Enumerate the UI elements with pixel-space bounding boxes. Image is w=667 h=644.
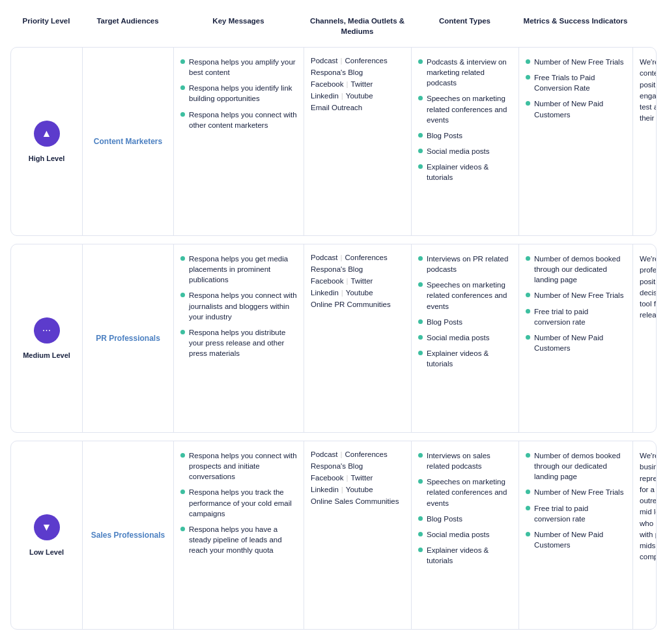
- notes-text: We're looking mostly for business develo…: [640, 450, 657, 563]
- content-type-text: Blog Posts: [427, 130, 462, 141]
- channel-name: Conferences: [345, 450, 388, 458]
- priority-icon: ▲: [34, 121, 60, 147]
- list-item: Free trial to paid conversion rate: [526, 306, 626, 327]
- list-item: Respona helps you identify link building…: [180, 83, 297, 104]
- content-type-text: Social media posts: [427, 529, 490, 540]
- bullet-dot-icon: [418, 453, 423, 458]
- list-item: Blog Posts: [418, 130, 512, 141]
- list-item: Social media posts: [418, 146, 512, 156]
- channel-group: Respona's Blog: [311, 68, 363, 76]
- priority-cell: ▼Low Level: [11, 441, 83, 629]
- channel-separator: |: [341, 254, 343, 261]
- bullet-dot-icon: [418, 548, 423, 552]
- header-cell-2: Key Messages: [173, 10, 304, 42]
- list-item: Respona helps you have a steady pipeline…: [180, 524, 297, 555]
- bullet-dot-icon: [180, 112, 185, 117]
- message-text: Respona helps you connect with other con…: [189, 110, 297, 130]
- channel-separator: |: [347, 474, 348, 482]
- channels-cell: Podcast|ConferencesRespona's BlogFaceboo…: [304, 441, 412, 629]
- list-item: Blog Posts: [418, 317, 512, 327]
- list-item: Number of New Free Trials: [526, 487, 626, 497]
- table-body: ▲High LevelContent MarketersRespona help…: [10, 47, 657, 630]
- list-item: Respona helps you get media placements i…: [180, 254, 297, 285]
- bullet-dot-icon: [526, 335, 530, 340]
- key-messages-cell: Respona helps you connect with prospects…: [174, 441, 304, 629]
- metric-text: Number of New Paid Customers: [534, 98, 626, 119]
- content-type-text: Social media posts: [427, 146, 490, 156]
- list-item: Respona helps you connect with journalis…: [180, 290, 297, 321]
- bullet-dot-icon: [418, 149, 423, 153]
- metric-text: Number of demos booked through our dedic…: [534, 450, 626, 482]
- metric-text: Number of New Free Trials: [534, 290, 623, 300]
- metric-text: Free trial to paid conversion rate: [534, 306, 626, 327]
- list-item: Number of demos booked through our dedic…: [526, 254, 626, 285]
- message-text: Respona helps you track the performance …: [189, 487, 297, 518]
- content-types-cell: Interviews on sales related podcastsSpee…: [412, 441, 519, 629]
- metrics-cell: Number of demos booked through our dedic…: [519, 244, 633, 432]
- bullet-dot-icon: [418, 164, 423, 169]
- audience-cell: PR Professionals: [83, 244, 174, 432]
- priority-icon: ···: [34, 317, 60, 344]
- priority-icon: ▼: [34, 514, 60, 540]
- channel-group: Respona's Blog: [311, 462, 363, 470]
- channel-group: Linkedin|Youtube: [311, 92, 373, 100]
- channel-name: Respona's Blog: [311, 68, 363, 76]
- channel-separator: |: [341, 289, 343, 297]
- message-text: Respona helps you get media placements i…: [189, 254, 297, 285]
- content-type-text: Podcasts & interview on marketing relate…: [427, 57, 512, 88]
- metric-text: Number of New Free Trials: [534, 57, 623, 67]
- channel-name: Online Sales Communities: [311, 497, 399, 505]
- header-cell-5: Metrics & Success Indicators: [518, 10, 632, 42]
- content-type-text: Explainer videos & tutorials: [427, 545, 512, 566]
- list-item: Podcasts & interview on marketing relate…: [418, 57, 512, 88]
- audience-cell: Sales Professionals: [83, 441, 174, 629]
- channels-cell: Podcast|ConferencesRespona's BlogFaceboo…: [304, 48, 412, 235]
- channel-name: Twitter: [351, 474, 373, 482]
- priority-cell: ···Medium Level: [11, 244, 83, 432]
- bullet-dot-icon: [180, 59, 185, 64]
- message-text: Respona helps you connect with prospects…: [189, 450, 297, 482]
- bullet-dot-icon: [526, 490, 530, 494]
- list-item: Respona helps you connect with prospects…: [180, 450, 297, 482]
- notes-cell: We're looking mostly for content markete…: [633, 48, 657, 235]
- main-table: Priority LevelTarget AudiencesKey Messag…: [0, 0, 667, 640]
- channel-separator: |: [347, 80, 348, 88]
- bullet-dot-icon: [180, 330, 185, 334]
- channels-cell: Podcast|ConferencesRespona's BlogFaceboo…: [304, 244, 412, 432]
- audience-label: Sales Professionals: [89, 531, 167, 540]
- bullet-dot-icon: [526, 256, 530, 261]
- channel-name: Podcast: [311, 57, 338, 65]
- audience-label: Content Marketers: [89, 137, 167, 146]
- bullet-dot-icon: [526, 532, 530, 536]
- bullet-dot-icon: [418, 319, 423, 324]
- list-item: Social media posts: [418, 529, 512, 540]
- audience-label: PR Professionals: [89, 334, 167, 343]
- channel-group: Podcast|Conferences: [311, 450, 388, 458]
- bullet-dot-icon: [526, 293, 530, 297]
- table-row: ···Medium LevelPR ProfessionalsRespona h…: [10, 244, 657, 433]
- key-messages-cell: Respona helps you amplify your best cont…: [174, 48, 304, 235]
- bullet-dot-icon: [180, 293, 185, 297]
- channel-name: Facebook: [311, 80, 344, 88]
- bullet-dot-icon: [180, 453, 185, 458]
- channel-separator: |: [347, 277, 348, 285]
- channel-name: Podcast: [311, 450, 338, 458]
- table-header: Priority LevelTarget AudiencesKey Messag…: [10, 10, 657, 42]
- channel-group: Respona's Blog: [311, 265, 363, 273]
- metric-text: Number of demos booked through our dedic…: [534, 254, 626, 285]
- channel-group: Linkedin|Youtube: [311, 486, 373, 493]
- list-item: Number of New Paid Customers: [526, 529, 626, 550]
- bullet-dot-icon: [418, 256, 423, 261]
- content-type-text: Speeches on marketing related conference…: [427, 93, 512, 124]
- metrics-cell: Number of New Free TrialsFree Trials to …: [519, 48, 633, 235]
- list-item: Interviews on sales related podcasts: [418, 450, 512, 471]
- bullet-dot-icon: [418, 133, 423, 138]
- list-item: Blog Posts: [418, 514, 512, 524]
- channel-name: Youtube: [346, 92, 373, 100]
- bullet-dot-icon: [418, 282, 423, 287]
- content-types-cell: Interviews on PR related podcastsSpeeche…: [412, 244, 519, 432]
- bullet-dot-icon: [526, 453, 530, 458]
- message-text: Respona helps you connect with journalis…: [189, 290, 297, 321]
- channel-group: Podcast|Conferences: [311, 57, 388, 65]
- header-cell-3: Channels, Media Outlets & Mediums: [304, 10, 411, 42]
